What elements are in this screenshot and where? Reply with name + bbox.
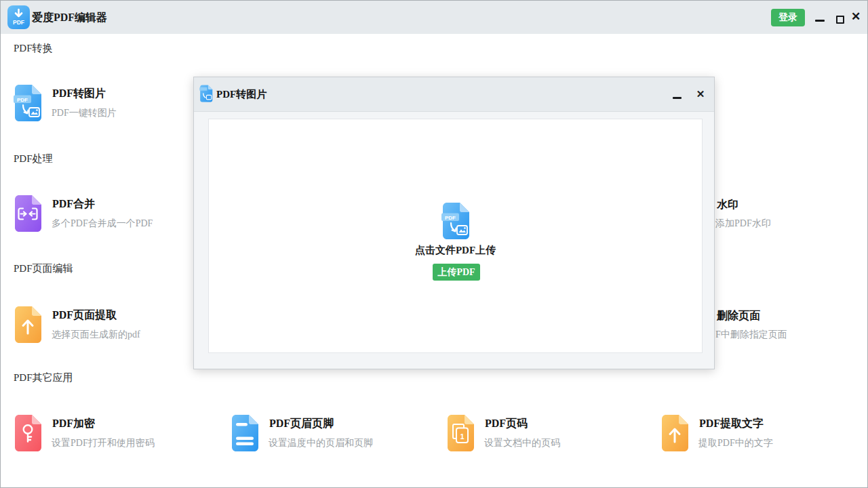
tool-title: PDF转图片 — [52, 87, 106, 101]
extract-up-arrow-icon — [14, 306, 42, 344]
tool-pdf-to-image[interactable]: PDF PDF转图片 PDF一键转图片 — [14, 84, 217, 123]
minimize-icon — [815, 20, 825, 22]
svg-text:PDF: PDF — [445, 215, 456, 221]
window-close-button[interactable]: ✕ — [848, 7, 864, 27]
upload-pdf-button[interactable]: 上传PDF — [433, 264, 480, 281]
tool-title: PDF加密 — [52, 417, 95, 431]
section-pdf-convert: PDF转换 — [14, 42, 53, 55]
pdf-to-image-icon — [199, 85, 213, 102]
tool-title: 删除页面 — [717, 309, 760, 323]
tool-subtitle: 多个PDF合并成一个PDF — [52, 218, 153, 230]
tool-subtitle: 设置温度中的页眉和页脚 — [269, 437, 373, 449]
tool-pdf-page-number[interactable]: 1 PDF页码 设置文档中的页码 — [446, 414, 650, 453]
tool-subtitle: 设置文档中的页码 — [484, 437, 560, 449]
maximize-icon — [836, 16, 844, 24]
dialog-titlebar: PDF转图片 ✕ — [194, 77, 714, 112]
pdf-to-image-dialog: PDF转图片 ✕ PDF 点击文件PDF上传 上传PDF — [193, 77, 715, 369]
tool-delete-pages-clipped[interactable]: 删除页面 F中删除指定页面 — [715, 305, 868, 344]
page-number-icon: 1 — [446, 414, 475, 452]
tool-title: PDF页码 — [485, 417, 528, 431]
tool-title: PDF合并 — [52, 197, 95, 211]
section-pdf-process: PDF处理 — [14, 152, 53, 165]
app-logo-icon: PDF — [7, 5, 30, 29]
window-maximize-button[interactable] — [833, 10, 848, 25]
tool-subtitle: 提取PDF中的文字 — [698, 437, 773, 449]
titlebar: PDF 爱度PDF编辑器 登录 ✕ — [1, 1, 867, 34]
upload-dropzone[interactable]: PDF 点击文件PDF上传 上传PDF — [208, 119, 703, 353]
tool-pdf-page-extract[interactable]: PDF页面提取 选择页面生成新的pdf — [14, 306, 217, 345]
extract-text-icon — [660, 414, 689, 452]
svg-text:PDF: PDF — [13, 19, 24, 26]
dialog-title: PDF转图片 — [216, 77, 267, 112]
dialog-minimize-button[interactable] — [669, 86, 685, 102]
pdf-to-image-icon: PDF — [14, 84, 42, 122]
tool-title: PDF提取文字 — [699, 417, 764, 431]
section-pdf-other: PDF其它应用 — [14, 371, 73, 384]
key-lock-icon — [14, 414, 42, 452]
tool-watermark-clipped[interactable]: 水印 添加PDF水印 — [715, 194, 868, 233]
header-footer-icon — [231, 414, 259, 452]
tool-title: PDF页面提取 — [52, 308, 117, 323]
minimize-icon — [673, 97, 682, 99]
tool-pdf-encrypt[interactable]: PDF加密 设置PDF打开和使用密码 — [14, 414, 217, 453]
window-minimize-button[interactable] — [812, 10, 827, 25]
tool-title: 水印 — [717, 198, 738, 212]
tool-subtitle: 设置PDF打开和使用密码 — [52, 437, 155, 449]
dialog-close-button[interactable]: ✕ — [692, 85, 709, 104]
section-pdf-page-edit: PDF页面编辑 — [14, 262, 73, 275]
tool-subtitle: PDF一键转图片 — [52, 107, 117, 119]
login-button[interactable]: 登录 — [771, 9, 805, 26]
tool-pdf-merge[interactable]: PDF合并 多个PDF合并成一个PDF — [14, 195, 217, 234]
tool-subtitle: F中删除指定页面 — [715, 329, 787, 341]
tool-pdf-extract-text[interactable]: PDF提取文字 提取PDF中的文字 — [660, 414, 864, 453]
app-title: 爱度PDF编辑器 — [32, 1, 107, 34]
merge-icon — [14, 195, 42, 232]
tool-title: PDF页眉页脚 — [269, 417, 334, 431]
tool-subtitle: 添加PDF水印 — [715, 218, 771, 230]
tool-pdf-header-footer[interactable]: PDF页眉页脚 设置温度中的页眉和页脚 — [231, 414, 434, 453]
svg-text:PDF: PDF — [17, 97, 28, 103]
app-window: PDF 爱度PDF编辑器 登录 ✕ PDF转换 PDF处理 PDF页面编辑 PD… — [0, 0, 868, 488]
upload-hint-text: 点击文件PDF上传 — [209, 244, 702, 257]
svg-text:1: 1 — [460, 432, 464, 441]
pdf-to-image-icon: PDF — [441, 202, 470, 240]
tool-subtitle: 选择页面生成新的pdf — [52, 329, 140, 341]
